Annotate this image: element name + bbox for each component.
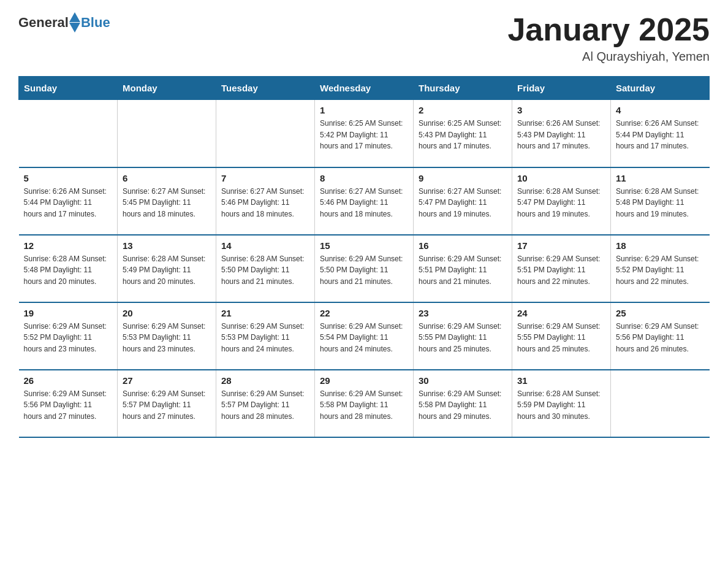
logo-text-blue: Blue: [81, 15, 110, 31]
calendar-cell: 5Sunrise: 6:26 AM Sunset: 5:44 PM Daylig…: [19, 167, 118, 235]
calendar-cell: 29Sunrise: 6:29 AM Sunset: 5:58 PM Dayli…: [315, 370, 414, 437]
day-info: Sunrise: 6:29 AM Sunset: 5:55 PM Dayligh…: [517, 321, 605, 355]
day-number: 11: [616, 173, 705, 183]
day-number: 20: [123, 308, 211, 318]
week-row-2: 5Sunrise: 6:26 AM Sunset: 5:44 PM Daylig…: [19, 167, 710, 235]
day-info: Sunrise: 6:28 AM Sunset: 5:48 PM Dayligh…: [616, 186, 705, 220]
day-info: Sunrise: 6:28 AM Sunset: 5:48 PM Dayligh…: [24, 253, 113, 288]
day-info: Sunrise: 6:29 AM Sunset: 5:55 PM Dayligh…: [419, 321, 507, 355]
day-info: Sunrise: 6:29 AM Sunset: 5:56 PM Dayligh…: [616, 321, 705, 355]
day-info: Sunrise: 6:29 AM Sunset: 5:57 PM Dayligh…: [123, 388, 211, 423]
day-number: 10: [517, 173, 605, 183]
day-info: Sunrise: 6:28 AM Sunset: 5:47 PM Dayligh…: [517, 186, 605, 220]
header-cell-friday: Friday: [512, 77, 611, 100]
day-info: Sunrise: 6:27 AM Sunset: 5:45 PM Dayligh…: [123, 186, 211, 220]
day-number: 4: [616, 105, 705, 115]
day-info: Sunrise: 6:29 AM Sunset: 5:52 PM Dayligh…: [24, 321, 113, 355]
title-block: January 2025 Al Qurayshiyah, Yemen: [507, 12, 710, 64]
page-header: General Blue January 2025 Al Qurayshiyah…: [18, 12, 710, 64]
day-number: 25: [616, 308, 705, 318]
header-cell-wednesday: Wednesday: [315, 77, 414, 100]
header-row: SundayMondayTuesdayWednesdayThursdayFrid…: [19, 77, 710, 100]
day-info: Sunrise: 6:29 AM Sunset: 5:54 PM Dayligh…: [320, 321, 408, 355]
day-info: Sunrise: 6:26 AM Sunset: 5:44 PM Dayligh…: [24, 186, 113, 220]
day-number: 21: [221, 308, 309, 318]
calendar-cell: 10Sunrise: 6:28 AM Sunset: 5:47 PM Dayli…: [512, 167, 611, 235]
calendar-cell: 16Sunrise: 6:29 AM Sunset: 5:51 PM Dayli…: [414, 235, 512, 302]
day-number: 5: [24, 173, 113, 183]
calendar-cell: 21Sunrise: 6:29 AM Sunset: 5:53 PM Dayli…: [216, 302, 315, 370]
day-info: Sunrise: 6:29 AM Sunset: 5:52 PM Dayligh…: [616, 253, 705, 288]
calendar-cell: [19, 100, 118, 167]
calendar-cell: 12Sunrise: 6:28 AM Sunset: 5:48 PM Dayli…: [19, 235, 118, 302]
day-info: Sunrise: 6:26 AM Sunset: 5:44 PM Dayligh…: [616, 118, 705, 152]
calendar-cell: 6Sunrise: 6:27 AM Sunset: 5:45 PM Daylig…: [118, 167, 216, 235]
calendar-cell: 8Sunrise: 6:27 AM Sunset: 5:46 PM Daylig…: [315, 167, 414, 235]
calendar-cell: 24Sunrise: 6:29 AM Sunset: 5:55 PM Dayli…: [512, 302, 611, 370]
calendar-header: SundayMondayTuesdayWednesdayThursdayFrid…: [19, 77, 710, 100]
calendar-body: 1Sunrise: 6:25 AM Sunset: 5:42 PM Daylig…: [19, 100, 710, 437]
day-info: Sunrise: 6:29 AM Sunset: 5:53 PM Dayligh…: [123, 321, 211, 355]
day-number: 23: [419, 308, 507, 318]
calendar-table: SundayMondayTuesdayWednesdayThursdayFrid…: [18, 76, 710, 438]
day-number: 24: [517, 308, 605, 318]
week-row-4: 19Sunrise: 6:29 AM Sunset: 5:52 PM Dayli…: [19, 302, 710, 370]
day-number: 16: [419, 240, 507, 251]
day-number: 7: [221, 173, 309, 183]
day-number: 12: [24, 240, 113, 251]
calendar-cell: [216, 100, 315, 167]
day-number: 17: [517, 240, 605, 251]
day-info: Sunrise: 6:29 AM Sunset: 5:50 PM Dayligh…: [320, 253, 408, 288]
calendar-cell: 13Sunrise: 6:28 AM Sunset: 5:49 PM Dayli…: [118, 235, 216, 302]
header-cell-sunday: Sunday: [19, 77, 118, 100]
day-number: 26: [24, 375, 113, 386]
day-number: 1: [320, 105, 408, 115]
calendar-cell: [611, 370, 710, 437]
calendar-cell: 9Sunrise: 6:27 AM Sunset: 5:47 PM Daylig…: [414, 167, 512, 235]
day-info: Sunrise: 6:28 AM Sunset: 5:49 PM Dayligh…: [123, 253, 211, 288]
day-number: 3: [517, 105, 605, 115]
calendar-cell: 17Sunrise: 6:29 AM Sunset: 5:51 PM Dayli…: [512, 235, 611, 302]
day-number: 8: [320, 173, 408, 183]
month-title: January 2025: [507, 12, 710, 47]
calendar-cell: 27Sunrise: 6:29 AM Sunset: 5:57 PM Dayli…: [118, 370, 216, 437]
calendar-cell: 18Sunrise: 6:29 AM Sunset: 5:52 PM Dayli…: [611, 235, 710, 302]
calendar-cell: 22Sunrise: 6:29 AM Sunset: 5:54 PM Dayli…: [315, 302, 414, 370]
day-info: Sunrise: 6:29 AM Sunset: 5:53 PM Dayligh…: [221, 321, 309, 355]
calendar-cell: 14Sunrise: 6:28 AM Sunset: 5:50 PM Dayli…: [216, 235, 315, 302]
day-info: Sunrise: 6:25 AM Sunset: 5:43 PM Dayligh…: [419, 118, 507, 152]
location: Al Qurayshiyah, Yemen: [507, 50, 710, 64]
header-cell-thursday: Thursday: [414, 77, 512, 100]
day-info: Sunrise: 6:27 AM Sunset: 5:46 PM Dayligh…: [320, 186, 408, 220]
calendar-cell: 30Sunrise: 6:29 AM Sunset: 5:58 PM Dayli…: [414, 370, 512, 437]
calendar-cell: 19Sunrise: 6:29 AM Sunset: 5:52 PM Dayli…: [19, 302, 118, 370]
calendar-cell: 28Sunrise: 6:29 AM Sunset: 5:57 PM Dayli…: [216, 370, 315, 437]
day-number: 6: [123, 173, 211, 183]
calendar-cell: 26Sunrise: 6:29 AM Sunset: 5:56 PM Dayli…: [19, 370, 118, 437]
logo-text-general: General: [18, 15, 69, 31]
day-info: Sunrise: 6:29 AM Sunset: 5:56 PM Dayligh…: [24, 388, 113, 423]
day-number: 31: [517, 375, 605, 386]
calendar-cell: 11Sunrise: 6:28 AM Sunset: 5:48 PM Dayli…: [611, 167, 710, 235]
calendar-cell: 23Sunrise: 6:29 AM Sunset: 5:55 PM Dayli…: [414, 302, 512, 370]
day-info: Sunrise: 6:29 AM Sunset: 5:57 PM Dayligh…: [221, 388, 309, 423]
logo: General Blue: [18, 12, 110, 33]
calendar-cell: [118, 100, 216, 167]
day-info: Sunrise: 6:28 AM Sunset: 5:59 PM Dayligh…: [517, 388, 605, 423]
header-cell-saturday: Saturday: [611, 77, 710, 100]
day-info: Sunrise: 6:29 AM Sunset: 5:58 PM Dayligh…: [320, 388, 408, 423]
calendar-cell: 31Sunrise: 6:28 AM Sunset: 5:59 PM Dayli…: [512, 370, 611, 437]
calendar-cell: 20Sunrise: 6:29 AM Sunset: 5:53 PM Dayli…: [118, 302, 216, 370]
day-info: Sunrise: 6:29 AM Sunset: 5:58 PM Dayligh…: [419, 388, 507, 423]
day-number: 27: [123, 375, 211, 386]
calendar-cell: 1Sunrise: 6:25 AM Sunset: 5:42 PM Daylig…: [315, 100, 414, 167]
week-row-3: 12Sunrise: 6:28 AM Sunset: 5:48 PM Dayli…: [19, 235, 710, 302]
day-number: 2: [419, 105, 507, 115]
day-number: 9: [419, 173, 507, 183]
day-number: 29: [320, 375, 408, 386]
calendar-cell: 3Sunrise: 6:26 AM Sunset: 5:43 PM Daylig…: [512, 100, 611, 167]
day-info: Sunrise: 6:29 AM Sunset: 5:51 PM Dayligh…: [419, 253, 507, 288]
day-info: Sunrise: 6:26 AM Sunset: 5:43 PM Dayligh…: [517, 118, 605, 152]
calendar-cell: 2Sunrise: 6:25 AM Sunset: 5:43 PM Daylig…: [414, 100, 512, 167]
header-cell-tuesday: Tuesday: [216, 77, 315, 100]
